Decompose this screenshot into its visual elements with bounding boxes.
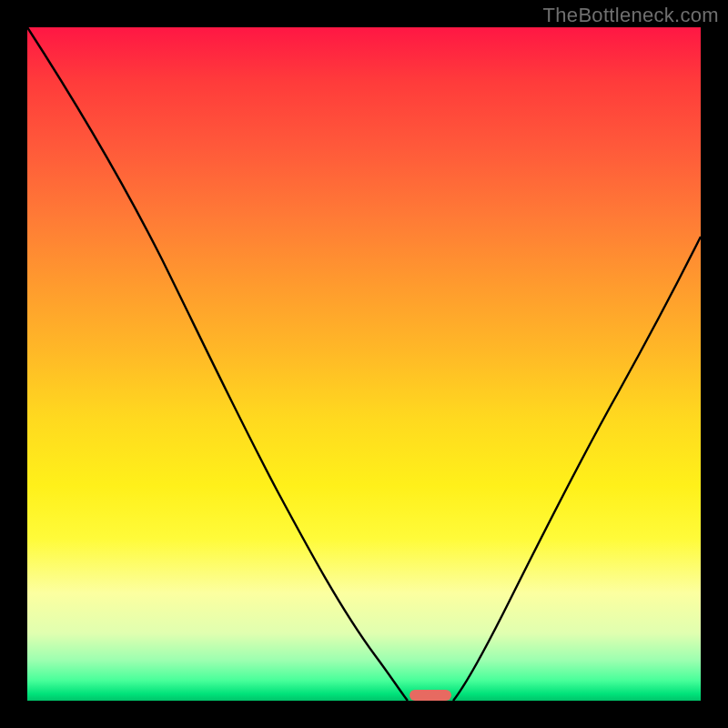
plot-area bbox=[27, 27, 701, 701]
right-curve-path bbox=[453, 237, 701, 701]
bottleneck-curve bbox=[27, 27, 701, 701]
left-curve-path bbox=[27, 27, 408, 701]
chart-frame: TheBottleneck.com bbox=[0, 0, 728, 728]
watermark-text: TheBottleneck.com bbox=[543, 4, 719, 27]
optimum-marker bbox=[410, 690, 451, 701]
